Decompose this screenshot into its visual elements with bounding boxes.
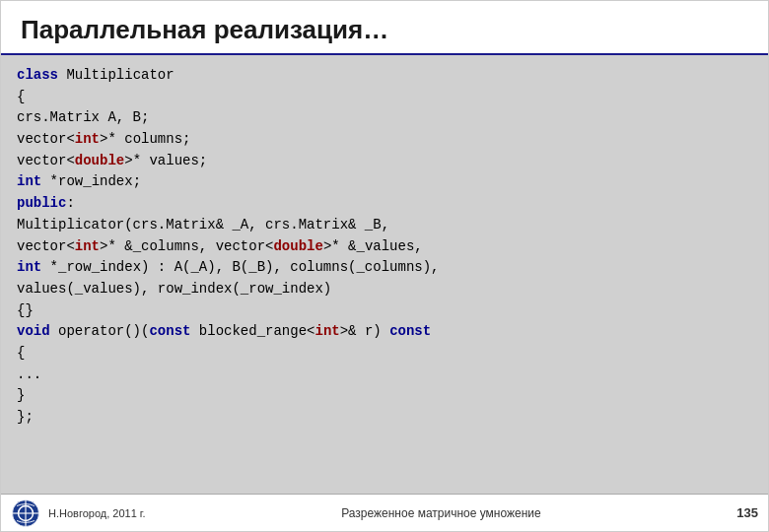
- footer-left: Н.Новгород, 2011 г.: [11, 499, 146, 528]
- code-line: }: [17, 385, 752, 407]
- code-line: vector<int>* columns;: [17, 129, 752, 151]
- title-bar: Параллельная реализация…: [1, 1, 768, 55]
- code-line: };: [17, 407, 752, 429]
- footer: Н.Новгород, 2011 г. Разреженное матрично…: [1, 494, 768, 531]
- code-line: class Multiplicator: [17, 65, 752, 87]
- code-line: crs.Matrix A, B;: [17, 107, 752, 129]
- slide: Параллельная реализация… class Multiplic…: [0, 0, 769, 532]
- code-line: vector<double>* values;: [17, 151, 752, 172]
- code-area: class Multiplicator{ crs.Matrix A, B; ve…: [1, 55, 768, 494]
- code-line: ...: [17, 365, 752, 386]
- code-block: class Multiplicator{ crs.Matrix A, B; ve…: [17, 65, 752, 429]
- code-line: {}: [17, 300, 752, 322]
- logo-icon: [11, 499, 40, 528]
- code-line: int *row_index;: [17, 171, 752, 193]
- footer-subject: Разреженное матричное умножение: [341, 506, 541, 520]
- footer-page-number: 135: [736, 505, 758, 520]
- footer-city: Н.Новгород, 2011 г.: [48, 507, 146, 519]
- code-line: values(_values), row_index(_row_index): [17, 279, 752, 300]
- code-line: Multiplicator(crs.Matrix& _A, crs.Matrix…: [17, 215, 752, 236]
- code-line: void operator()(const blocked_range<int>…: [17, 321, 752, 343]
- slide-title: Параллельная реализация…: [21, 15, 388, 44]
- code-line: int *_row_index) : A(_A), B(_B), columns…: [17, 257, 752, 279]
- code-line: public:: [17, 193, 752, 215]
- code-line: {: [17, 87, 752, 108]
- code-line: vector<int>* &_columns, vector<double>* …: [17, 236, 752, 258]
- code-line: {: [17, 343, 752, 365]
